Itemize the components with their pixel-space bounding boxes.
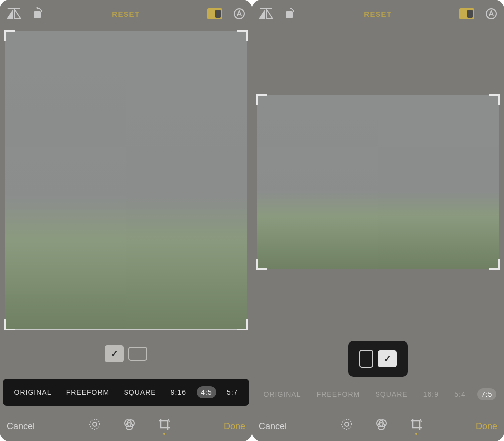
crop-handle-bl[interactable]	[256, 259, 267, 270]
svg-point-6	[93, 422, 97, 426]
svg-rect-3	[215, 10, 221, 18]
markup-icon[interactable]	[233, 8, 245, 20]
ratio-original[interactable]: ORIGINAL	[10, 386, 56, 398]
filters-tab-icon[interactable]	[375, 418, 388, 435]
ratio-original[interactable]: ORIGINAL	[260, 388, 305, 400]
check-icon: ✓	[111, 348, 118, 359]
orientation-toggle: ✓	[105, 345, 147, 362]
ratio-freeform[interactable]: FREEFORM	[62, 386, 114, 398]
crop-topbar: RESET	[252, 0, 504, 28]
done-button[interactable]: Done	[476, 421, 497, 432]
orientation-portrait-button[interactable]: ✓	[105, 345, 124, 362]
ratio-4-5[interactable]: 4:5	[197, 386, 216, 398]
crop-handle-tl[interactable]	[4, 30, 15, 41]
svg-rect-11	[286, 11, 293, 18]
ratio-5-7[interactable]: 5:7	[223, 386, 242, 398]
crop-handle-br[interactable]	[237, 319, 248, 330]
crop-frame[interactable]	[257, 95, 499, 269]
svg-point-16	[345, 422, 349, 426]
editor-bottombar: Cancel Done	[0, 411, 252, 441]
crop-handle-bl[interactable]	[4, 319, 15, 330]
svg-point-5	[90, 419, 100, 429]
photo-preview	[5, 31, 247, 329]
cancel-button[interactable]: Cancel	[7, 421, 35, 432]
orientation-portrait-button[interactable]	[359, 350, 373, 368]
orientation-toggle: ✓	[348, 341, 408, 377]
aspect-ratio-icon[interactable]	[459, 8, 474, 19]
rotate-icon[interactable]	[284, 7, 297, 20]
crop-tab-icon[interactable]	[410, 418, 423, 435]
flip-horizontal-icon[interactable]	[259, 8, 273, 20]
crop-handle-tr[interactable]	[237, 30, 248, 41]
ratio-9-16[interactable]: 9:16	[167, 386, 190, 398]
ratio-freeform[interactable]: FREEFORM	[313, 388, 364, 400]
photo-preview	[257, 95, 499, 269]
orientation-landscape-button[interactable]	[128, 347, 147, 361]
crop-topbar: RESET	[0, 0, 252, 28]
crop-frame[interactable]	[5, 31, 247, 330]
aspect-ratio-icon[interactable]	[207, 8, 222, 19]
svg-point-15	[342, 419, 352, 429]
ratio-5-4[interactable]: 5:4	[450, 388, 469, 400]
ratio-7-5[interactable]: 7:5	[477, 388, 496, 400]
cancel-button[interactable]: Cancel	[259, 421, 287, 432]
adjust-tab-icon[interactable]	[88, 418, 101, 435]
ratio-square[interactable]: SQUARE	[371, 388, 411, 400]
ratio-square[interactable]: SQUARE	[120, 386, 160, 398]
active-tab-indicator	[163, 433, 165, 435]
markup-icon[interactable]	[485, 8, 497, 20]
crop-handle-tl[interactable]	[256, 94, 267, 105]
reset-button[interactable]: RESET	[112, 10, 140, 18]
crop-handle-br[interactable]	[489, 259, 500, 270]
aspect-ratio-row[interactable]: ORIGINAL FREEFORM SQUARE 9:16 4:5 5:7	[3, 379, 249, 406]
check-icon: ✓	[384, 353, 391, 364]
adjust-tab-icon[interactable]	[340, 418, 353, 435]
done-button[interactable]: Done	[224, 421, 245, 432]
screen-left: RESET ✓ ORIGINAL FREEFORM SQUARE 9:16 4:…	[0, 0, 252, 441]
screen-right: RESET ✓ ORIGINAL FREEFORM SQUARE 16:9 5:…	[252, 0, 504, 441]
aspect-ratio-row[interactable]: ORIGINAL FREEFORM SQUARE 16:9 5:4 7:5	[252, 383, 504, 406]
filters-tab-icon[interactable]	[123, 418, 136, 435]
crop-handle-tr[interactable]	[489, 94, 500, 105]
reset-button[interactable]: RESET	[364, 10, 392, 18]
svg-rect-13	[467, 10, 473, 18]
flip-horizontal-icon[interactable]	[7, 8, 21, 20]
rotate-icon[interactable]	[32, 7, 45, 20]
orientation-landscape-button[interactable]: ✓	[378, 350, 397, 367]
edit-mode-tabs	[287, 418, 476, 435]
editor-bottombar: Cancel Done	[252, 411, 504, 441]
svg-rect-1	[34, 11, 41, 18]
edit-mode-tabs	[35, 418, 224, 435]
active-tab-indicator	[415, 433, 417, 435]
ratio-16-9[interactable]: 16:9	[419, 388, 443, 400]
crop-tab-icon[interactable]	[158, 418, 171, 435]
